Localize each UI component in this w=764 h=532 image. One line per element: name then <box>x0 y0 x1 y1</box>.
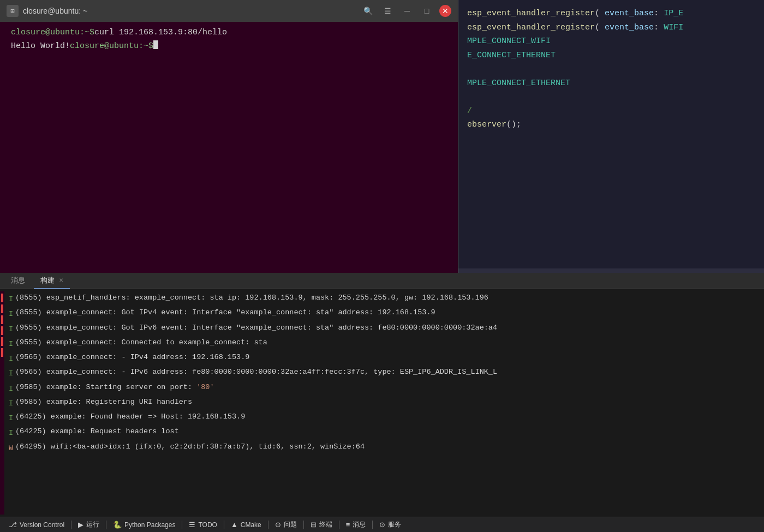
status-cmake[interactable]: ▲ CMake <box>226 517 266 532</box>
messages-label: 消息 <box>353 520 366 529</box>
run-icon: ▶ <box>78 521 83 529</box>
terminal-prompt-1: closure@ubuntu:~$ <box>11 27 94 39</box>
status-sep-5 <box>268 521 268 529</box>
terminal-body[interactable]: closure@ubuntu:~$ curl 192.168.153.9:80/… <box>0 22 458 273</box>
search-button[interactable]: 🔍 <box>361 4 375 18</box>
log-level-11: W <box>9 443 12 455</box>
log-line-2: I (8555) example_connect: Got IPv4 event… <box>4 306 764 321</box>
python-packages-label: Python Packages <box>124 521 175 529</box>
version-control-icon: ⎇ <box>9 521 17 529</box>
code-line-9: ebserver(); <box>467 118 755 132</box>
code-line-2: esp_event_handler_register( event_base: … <box>467 21 755 35</box>
maximize-button[interactable]: □ <box>420 4 434 18</box>
todo-icon: ☰ <box>189 521 195 529</box>
status-problems[interactable]: ⊙ 问题 <box>271 517 301 532</box>
log-text-7: (9585) example: Starting server on port:… <box>15 381 214 393</box>
cmake-label: CMake <box>241 521 261 529</box>
log-line-5: I (9565) example_connect: - IPv4 address… <box>4 351 764 366</box>
run-label: 运行 <box>86 520 99 529</box>
terminal-window: ⊞ closure@ubuntu: ~ 🔍 ☰ ─ □ ✕ closure@ub… <box>0 0 458 273</box>
status-sep-6 <box>303 521 304 529</box>
log-level-4: I <box>9 338 12 350</box>
code-line-5 <box>467 62 755 76</box>
log-line-7: I (9585) example: Starting server on por… <box>4 381 764 396</box>
log-level-7: I <box>9 383 12 395</box>
log-text-10: (64225) example: Request headers lost <box>15 426 179 438</box>
log-line-10: I (64225) example: Request headers lost <box>4 425 764 440</box>
code-line-8: / <box>467 104 755 118</box>
services-label: 服务 <box>388 520 401 529</box>
log-level-5: I <box>9 353 12 365</box>
log-level-10: I <box>9 427 12 439</box>
messages-icon: ≡ <box>346 521 350 529</box>
close-button[interactable]: ✕ <box>439 5 451 17</box>
status-sep-3 <box>182 521 182 529</box>
log-line-6: I (9565) example_connect: - IPv6 address… <box>4 366 764 380</box>
status-sep-7 <box>339 521 339 529</box>
code-line-4: E_CONNECT_ETHERNET <box>467 49 755 63</box>
log-text-3: (9555) example_connect: Got IPv6 event: … <box>15 322 497 334</box>
tab-build[interactable]: 构建 ✕ <box>34 273 70 289</box>
log-text-11: (64295) wifi:<ba-add>idx:1 (ifx:0, c2:2d… <box>15 441 365 453</box>
status-terminal[interactable]: ⊟ 终端 <box>306 517 337 532</box>
code-line-1: esp_event_handler_register( event_base: … <box>467 7 755 21</box>
terminal-status-icon: ⊟ <box>311 521 317 529</box>
version-control-label: Version Control <box>20 521 64 529</box>
terminal-output-1: Hello World! <box>11 40 70 53</box>
status-messages[interactable]: ≡ 消息 <box>342 517 371 532</box>
log-line-11: W (64295) wifi:<ba-add>idx:1 (ifx:0, c2:… <box>4 440 764 455</box>
status-services[interactable]: ⊙ 服务 <box>375 517 405 532</box>
status-bar: ⎇ Version Control ▶ 运行 🐍 Python Packages… <box>0 517 764 532</box>
log-level-6: I <box>9 368 12 380</box>
code-line-3: MPLE_CONNECT_WIFI <box>467 34 755 49</box>
panel-tabs: 消息 构建 ✕ <box>0 273 764 289</box>
log-text-5: (9565) example_connect: - IPv4 address: … <box>15 351 249 363</box>
terminal-label: 终端 <box>319 520 332 529</box>
log-line-8: I (9585) example: Registering URI handle… <box>4 396 764 410</box>
terminal-prompt-2: closure@ubuntu:~$ <box>70 40 153 53</box>
tab-build-close[interactable]: ✕ <box>59 277 63 283</box>
log-line-1: I (8555) esp_netif_handlers: example_con… <box>4 291 764 306</box>
tab-messages[interactable]: 消息 <box>4 273 32 289</box>
bottom-panel: 消息 构建 ✕ I <box>0 273 764 532</box>
services-icon: ⊙ <box>379 521 385 529</box>
terminal-command-1: curl 192.168.153.9:80/hello <box>94 27 227 39</box>
minimize-button[interactable]: ─ <box>400 4 414 18</box>
status-sep-4 <box>224 521 224 529</box>
problems-label: 问题 <box>284 520 297 529</box>
log-level-8: I <box>9 398 12 410</box>
code-editor: esp_event_handler_register( event_base: … <box>458 0 764 273</box>
status-sep-1 <box>71 521 71 529</box>
status-python-packages[interactable]: 🐍 Python Packages <box>109 517 180 532</box>
log-content: I (8555) esp_netif_handlers: example_con… <box>0 289 764 517</box>
status-version-control[interactable]: ⎇ Version Control <box>4 517 69 532</box>
log-line-4: I (9555) example_connect: Connected to e… <box>4 336 764 351</box>
code-content: esp_event_handler_register( event_base: … <box>458 0 764 268</box>
terminal-app-icon: ⊞ <box>7 5 19 17</box>
log-level-1: I <box>9 294 12 306</box>
log-line-9: I (64225) example: Found header => Host:… <box>4 410 764 425</box>
log-text-8: (9585) example: Registering URI handlers <box>15 396 192 408</box>
todo-label: TODO <box>198 521 217 529</box>
cmake-icon: ▲ <box>231 521 238 529</box>
log-text-9: (64225) example: Found header => Host: 1… <box>15 411 245 423</box>
status-sep-2 <box>106 521 106 529</box>
code-line-7 <box>467 90 755 104</box>
log-text-6: (9565) example_connect: - IPv6 address: … <box>15 366 497 378</box>
log-level-2: I <box>9 308 12 320</box>
code-scrollbar[interactable] <box>458 268 764 273</box>
log-line-3: I (9555) example_connect: Got IPv6 event… <box>4 321 764 336</box>
status-todo[interactable]: ☰ TODO <box>184 517 221 532</box>
log-level-9: I <box>9 413 12 425</box>
problems-icon: ⊙ <box>275 521 281 529</box>
terminal-cursor <box>153 40 158 49</box>
menu-button[interactable]: ☰ <box>380 4 395 18</box>
code-line-6: MPLE_CONNECT_ETHERNET <box>467 76 755 91</box>
log-text-1: (8555) esp_netif_handlers: example_conne… <box>15 292 488 304</box>
log-text-2: (8555) example_connect: Got IPv4 event: … <box>15 307 435 319</box>
terminal-title: closure@ubuntu: ~ <box>23 7 87 15</box>
terminal-titlebar: ⊞ closure@ubuntu: ~ 🔍 ☰ ─ □ ✕ <box>0 0 458 22</box>
status-sep-8 <box>372 521 373 529</box>
tab-messages-label: 消息 <box>11 276 25 285</box>
status-run[interactable]: ▶ 运行 <box>74 517 104 532</box>
